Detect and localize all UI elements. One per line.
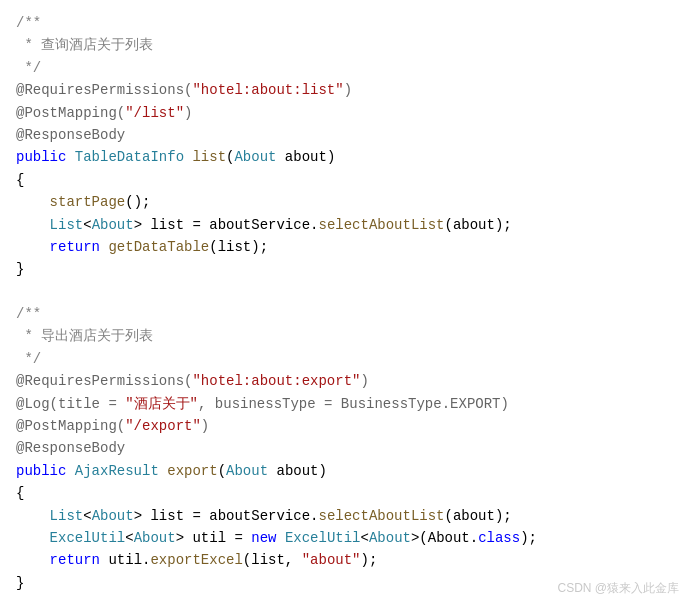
watermark: CSDN @猿来入此金库 — [557, 579, 679, 598]
code-line-8: { — [16, 169, 679, 191]
code-line-21: public AjaxResult export(About about) — [16, 460, 679, 482]
code-line-10: List<About> list = aboutService.selectAb… — [16, 214, 679, 236]
code-line-22: { — [16, 482, 679, 504]
code-line-2: * 查询酒店关于列表 — [16, 34, 679, 56]
code-line-19: @PostMapping("/export") — [16, 415, 679, 437]
code-line-4: @RequiresPermissions("hotel:about:list") — [16, 79, 679, 101]
code-line-7: public TableDataInfo list(About about) — [16, 146, 679, 168]
code-line-1: /** — [16, 12, 679, 34]
code-line-24: ExcelUtil<About> util = new ExcelUtil<Ab… — [16, 527, 679, 549]
code-line-18: @Log(title = "酒店关于", businessType = Busi… — [16, 393, 679, 415]
code-line-11: return getDataTable(list); — [16, 236, 679, 258]
code-line-25: return util.exportExcel(list, "about"); — [16, 549, 679, 571]
code-line-15: * 导出酒店关于列表 — [16, 325, 679, 347]
code-line-20: @ResponseBody — [16, 437, 679, 459]
code-line-23: List<About> list = aboutService.selectAb… — [16, 505, 679, 527]
code-line-13 — [16, 281, 679, 303]
code-line-9: startPage(); — [16, 191, 679, 213]
code-line-12: } — [16, 258, 679, 280]
code-line-5: @PostMapping("/list") — [16, 102, 679, 124]
code-line-14: /** — [16, 303, 679, 325]
code-editor: /** * 查询酒店关于列表 */ @RequiresPermissions("… — [0, 0, 695, 610]
code-line-3: */ — [16, 57, 679, 79]
code-line-6: @ResponseBody — [16, 124, 679, 146]
code-line-16: */ — [16, 348, 679, 370]
code-line-17: @RequiresPermissions("hotel:about:export… — [16, 370, 679, 392]
